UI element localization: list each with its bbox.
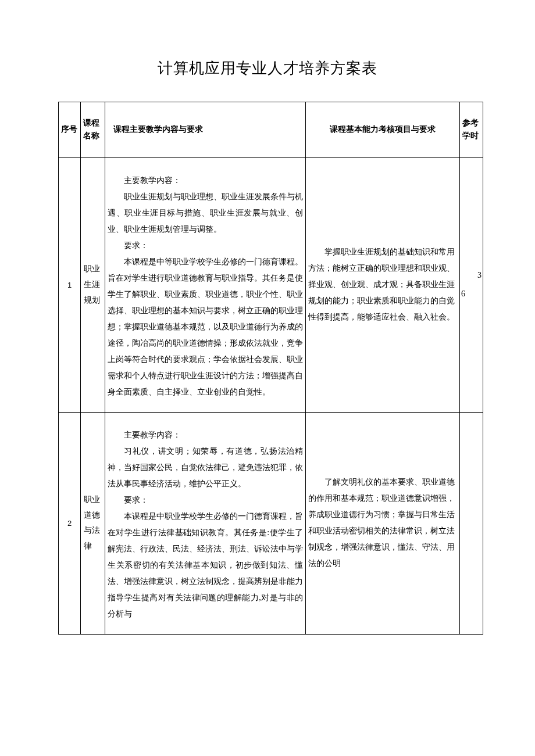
content-paragraph: 习礼仪，讲文明；知荣辱，有道德，弘扬法治精神，当好国家公民，自觉依法律己，避免违… [108, 443, 303, 492]
content-paragraph: 本课程是中职业学校学生必修的一门德育课程，旨在对学生进行法律基础知识教育。其任务… [108, 508, 303, 622]
row-hours: 3 6 [460, 157, 483, 412]
content-paragraph: 职业生涯规划与职业理想、职业生涯发展条件与机遇、职业生涯目标与措施、职业生涯发展… [108, 189, 303, 238]
content-heading: 主要教学内容： [108, 173, 303, 189]
row-content: 主要教学内容： 职业生涯规划与职业理想、职业生涯发展条件与机遇、职业生涯目标与措… [105, 157, 306, 412]
content-heading: 要求： [108, 492, 303, 508]
content-heading: 主要教学内容： [108, 427, 303, 443]
row-assess: 了解文明礼仪的基本要求、职业道德的作用和基本规范；职业道德意识增强，养成职业道德… [306, 412, 460, 634]
content-heading: 要求： [108, 238, 303, 254]
header-name: 课程名称 [81, 102, 105, 158]
table-header-row: 序号 课程名称 课程主要教学内容与要求 课程基本能力考核项目与要求 参考学时 [59, 102, 483, 158]
header-seq: 序号 [59, 102, 81, 158]
table-row: 2 职业道德与法律 主要教学内容： 习礼仪，讲文明；知荣辱，有道德，弘扬法治精神… [59, 412, 483, 634]
row-content: 主要教学内容： 习礼仪，讲文明；知荣辱，有道德，弘扬法治精神，当好国家公民，自觉… [105, 412, 306, 634]
row-assess: 掌握职业生涯规划的基础知识和常用方法；能树立正确的职业理想和职业观、择业观、创业… [306, 157, 460, 412]
header-hours: 参考学时 [460, 102, 483, 158]
row-hours [460, 412, 483, 634]
header-assess: 课程基本能力考核项目与要求 [306, 102, 460, 158]
curriculum-table: 序号 课程名称 课程主要教学内容与要求 课程基本能力考核项目与要求 参考学时 1… [58, 102, 483, 635]
row-course-name: 职业道德与法律 [81, 412, 105, 634]
row-seq: 2 [59, 412, 81, 634]
content-paragraph: 本课程是中等职业学校学生必修的一门德育课程。旨在对学生进行职业道德教育与职业指导… [108, 254, 303, 400]
row-course-name: 职业生涯规划 [81, 157, 105, 412]
header-content: 课程主要教学内容与要求 [105, 102, 306, 158]
table-row: 1 职业生涯规划 主要教学内容： 职业生涯规划与职业理想、职业生涯发展条件与机遇… [59, 157, 483, 412]
row-seq: 1 [59, 157, 81, 412]
page-title: 计算机应用专业人才培养方案表 [58, 58, 477, 78]
